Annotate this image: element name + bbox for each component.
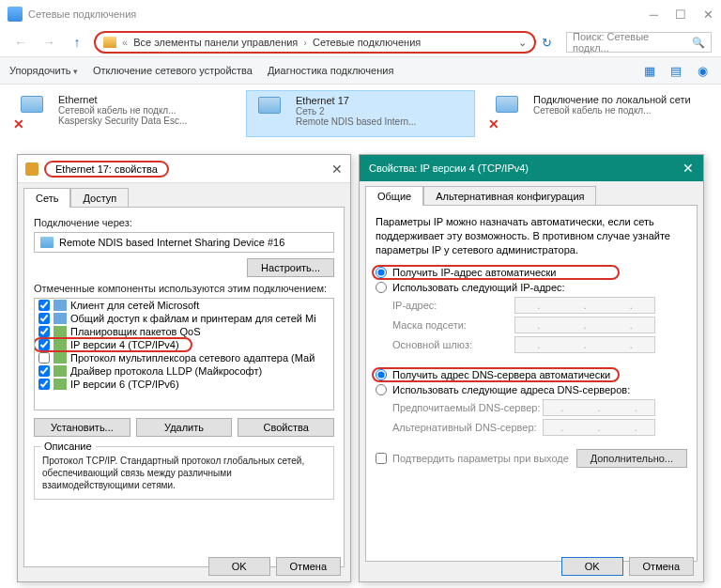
app-icon xyxy=(8,7,23,22)
search-icon: 🔍 xyxy=(692,37,705,49)
connect-via-label: Подключение через: xyxy=(34,217,334,228)
dialog-titlebar: Ethernet 17: свойства ✕ xyxy=(18,155,350,183)
advanced-button[interactable]: Дополнительно... xyxy=(576,449,687,468)
install-button[interactable]: Установить... xyxy=(34,418,130,437)
cancel-button[interactable]: Отмена xyxy=(276,557,341,576)
remove-button[interactable]: Удалить xyxy=(136,418,233,437)
confirm-checkbox[interactable]: Подтвердить параметры при выходе Дополни… xyxy=(376,449,687,468)
back-button[interactable]: ← xyxy=(9,31,32,54)
refresh-button[interactable]: ↻ xyxy=(542,36,560,50)
dns1-field: Предпочитаемый DNS-сервер:... xyxy=(392,399,687,416)
components-label: Отмеченные компоненты используются этим … xyxy=(34,283,334,294)
connection-item[interactable]: ✕ Подключение по локальной сетиСетевой к… xyxy=(484,90,712,137)
dns2-field: Альтернативный DNS-сервер:... xyxy=(392,419,687,436)
minimize-button[interactable]: ─ xyxy=(650,8,658,22)
organize-menu[interactable]: Упорядочить xyxy=(9,65,78,76)
properties-button[interactable]: Свойства xyxy=(238,418,334,437)
adapter-icon xyxy=(25,162,38,176)
chevron-down-icon[interactable]: ⌄ xyxy=(518,37,527,49)
radio-manual-dns[interactable]: Использовать следующие адреса DNS-сервер… xyxy=(376,384,687,395)
component-item[interactable]: Протокол мультиплексора сетевого адаптер… xyxy=(35,351,333,364)
connection-item[interactable]: Ethernet 17Сеть 2Remote NDIS based Inter… xyxy=(246,90,475,137)
tab-general[interactable]: Общие xyxy=(365,186,423,206)
tab-alternative[interactable]: Альтернативная конфигурация xyxy=(423,186,596,206)
breadcrumb-part2[interactable]: Сетевые подключения xyxy=(313,37,421,48)
connections-list: ✕ EthernetСетевой кабель не подкл...Kasp… xyxy=(0,85,721,143)
component-item-ipv4[interactable]: IP версии 4 (TCP/IPv4) xyxy=(35,338,333,351)
navbar: ← → ↑ « Все элементы панели управления ›… xyxy=(0,28,721,56)
dialog-titlebar: Свойства: IP версии 4 (TCP/IPv4) ✕ xyxy=(360,155,703,181)
tab-access[interactable]: Доступ xyxy=(70,188,129,208)
tabs: Общие Альтернативная конфигурация xyxy=(360,181,703,205)
close-icon[interactable]: ✕ xyxy=(331,162,343,177)
description-text: Протокол TCP/IP. Стандартный протокол гл… xyxy=(42,455,326,491)
tab-body: Подключение через: Remote NDIS based Int… xyxy=(23,207,345,567)
dialog-title: Свойства: IP версии 4 (TCP/IPv4) xyxy=(369,162,529,174)
tab-body: Параметры IP можно назначать автоматичес… xyxy=(365,205,698,562)
view-icon[interactable]: ▦ xyxy=(640,62,659,79)
breadcrumb-part1[interactable]: Все элементы панели управления xyxy=(133,37,298,48)
network-icon: ✕ xyxy=(13,94,51,132)
close-button[interactable]: ✕ xyxy=(703,8,713,22)
dialog-title: Ethernet 17: свойства xyxy=(44,161,169,178)
help-icon[interactable]: ◉ xyxy=(693,62,712,79)
chevron-right-icon: › xyxy=(303,37,307,48)
error-x-icon: ✕ xyxy=(13,116,24,132)
diagnose-button[interactable]: Диагностика подключения xyxy=(268,65,393,76)
ip-address-field: IP-адрес:... xyxy=(392,297,687,314)
layout-icon[interactable]: ▤ xyxy=(667,62,685,79)
search-input[interactable]: Поиск: Сетевые подкл... 🔍 xyxy=(566,32,712,53)
disable-device-button[interactable]: Отключение сетевого устройства xyxy=(93,65,253,76)
connection-item[interactable]: ✕ EthernetСетевой кабель не подкл...Kasp… xyxy=(9,90,237,137)
toolbar: Упорядочить Отключение сетевого устройст… xyxy=(0,56,721,85)
configure-button[interactable]: Настроить... xyxy=(247,258,334,277)
forward-button[interactable]: → xyxy=(38,31,60,54)
ipv4-dialog: Свойства: IP версии 4 (TCP/IPv4) ✕ Общие… xyxy=(359,154,704,582)
adapter-field: Remote NDIS based Internet Sharing Devic… xyxy=(34,232,334,253)
up-button[interactable]: ↑ xyxy=(66,31,88,54)
titlebar: Сетевые подключения ─ ☐ ✕ xyxy=(0,0,721,28)
info-text: Параметры IP можно назначать автоматичес… xyxy=(376,215,687,257)
breadcrumb-sep: « xyxy=(122,37,128,48)
properties-dialog: Ethernet 17: свойства ✕ Сеть Доступ Подк… xyxy=(17,154,351,582)
component-item[interactable]: Планировщик пакетов QoS xyxy=(35,325,333,338)
radio-auto-dns[interactable]: Получить адрес DNS-сервера автоматически xyxy=(376,369,687,380)
cancel-button[interactable]: Отмена xyxy=(629,557,694,576)
maximize-button[interactable]: ☐ xyxy=(675,8,686,22)
ok-button[interactable]: OK xyxy=(561,557,623,576)
components-list[interactable]: Клиент для сетей Microsoft Общий доступ … xyxy=(34,298,334,410)
ok-button[interactable]: OK xyxy=(208,557,270,576)
component-item[interactable]: Драйвер протокола LLDP (Майкрософт) xyxy=(35,364,333,378)
tabs: Сеть Доступ xyxy=(18,183,350,207)
description-group: Описание Протокол TCP/IP. Стандартный пр… xyxy=(34,446,334,500)
window-title: Сетевые подключения xyxy=(28,8,136,20)
close-icon[interactable]: ✕ xyxy=(683,161,694,176)
component-item[interactable]: Клиент для сетей Microsoft xyxy=(35,299,333,312)
radio-auto-ip[interactable]: Получить IP-адрес автоматически xyxy=(376,267,687,278)
folder-icon xyxy=(103,37,116,48)
description-legend: Описание xyxy=(40,441,96,452)
tab-network[interactable]: Сеть xyxy=(23,188,70,208)
radio-manual-ip[interactable]: Использовать следующий IP-адрес: xyxy=(376,282,687,293)
search-placeholder: Поиск: Сетевые подкл... xyxy=(573,31,688,54)
breadcrumb[interactable]: « Все элементы панели управления › Сетев… xyxy=(94,31,536,54)
network-icon xyxy=(251,95,288,132)
gateway-field: Основной шлюз:... xyxy=(392,336,687,353)
network-icon: ✕ xyxy=(488,94,526,132)
component-item[interactable]: Общий доступ к файлам и принтерам для се… xyxy=(35,312,333,325)
error-x-icon: ✕ xyxy=(488,116,499,132)
component-item[interactable]: IP версии 6 (TCP/IPv6) xyxy=(35,378,333,391)
adapter-small-icon xyxy=(40,237,54,248)
subnet-mask-field: Маска подсети:... xyxy=(392,317,687,333)
